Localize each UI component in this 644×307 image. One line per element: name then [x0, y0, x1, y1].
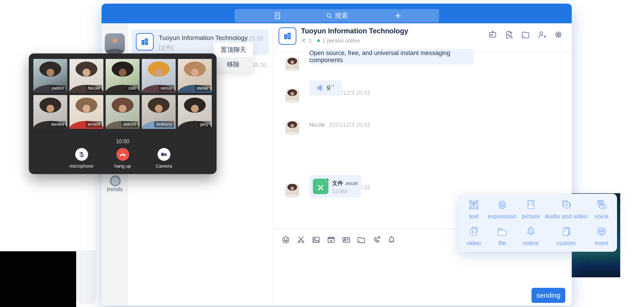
group-file-icon[interactable] — [521, 30, 530, 39]
members-icon — [301, 38, 306, 43]
send-file-icon[interactable] — [357, 235, 366, 244]
hang-up-button[interactable]: hang up — [109, 148, 136, 169]
app-screenshot: 搜索 + trends — [0, 0, 644, 307]
excel-file-icon: ✕ — [313, 179, 328, 194]
screenshot-scissors-icon[interactable] — [296, 235, 306, 244]
text-message-bubble[interactable]: Open source, free, and universal instant… — [309, 49, 474, 64]
hang-up-icon — [119, 151, 126, 158]
menu-item-pin-chat[interactable]: 置顶聊天 — [214, 42, 253, 57]
conversation-time: 15:20 — [252, 62, 266, 68]
voice-wave-icon — [316, 84, 323, 91]
call-timer: 10:00 — [29, 138, 216, 145]
file-icon — [496, 226, 508, 238]
sender-avatar[interactable] — [286, 184, 299, 197]
voice-icon — [595, 199, 608, 211]
search-bar[interactable]: 搜索 + — [235, 9, 439, 22]
menu-item-remove[interactable]: 移除 — [214, 57, 253, 72]
text-icon — [468, 199, 480, 211]
file-message-bubble[interactable]: ✕ 文件 .excel 12.8M — [309, 175, 361, 198]
panel-item-expression[interactable]: expression — [488, 196, 516, 223]
send-button[interactable]: sending — [532, 288, 565, 303]
sidebar-item-trends[interactable]: trends — [102, 186, 128, 193]
voice-duration: 9`` — [326, 84, 334, 92]
panel-item-custom[interactable]: custom — [545, 223, 587, 250]
participant-tile: stellar — [178, 59, 212, 93]
participant-tile: gary — [178, 95, 212, 129]
group-call-window: patton Nicole zole venus stellar danika … — [29, 53, 216, 174]
panel-item-voice[interactable]: voice — [588, 196, 616, 223]
sender-avatar[interactable] — [286, 57, 299, 71]
chat-panel: Tuoyun Information Technology 1 1 person… — [272, 23, 572, 306]
online-status: 1 person online — [322, 37, 360, 44]
page-background-card-edge — [76, 250, 96, 304]
voice-message-bubble[interactable]: 9`` — [309, 80, 342, 95]
participant-tile: patton — [34, 59, 67, 93]
chat-record-search-icon[interactable] — [504, 30, 514, 39]
input-toolbar — [281, 235, 396, 244]
send-picture-icon[interactable] — [312, 235, 321, 244]
microphone-muted-icon — [78, 151, 85, 158]
address-book-icon[interactable] — [273, 11, 282, 21]
group-avatar — [278, 27, 296, 45]
video-icon — [468, 226, 480, 238]
picture-icon — [524, 199, 537, 211]
chat-header: Tuoyun Information Technology 1 1 person… — [272, 23, 572, 52]
image-message-beach-photo[interactable] — [309, 112, 364, 154]
more-icon — [595, 226, 608, 238]
file-size: 12.8M — [332, 188, 348, 195]
participant-tile: zole — [106, 59, 140, 93]
sender-avatar[interactable] — [286, 89, 299, 103]
participant-tile: Anthony — [142, 95, 176, 129]
microphone-toggle-button[interactable]: microphone — [68, 148, 95, 169]
add-member-icon[interactable] — [538, 30, 546, 39]
settings-gear-icon[interactable] — [554, 30, 563, 39]
search-placeholder: 搜索 — [335, 11, 348, 20]
panel-item-picture[interactable]: picture — [516, 196, 545, 223]
trends-icon[interactable] — [110, 175, 121, 186]
participant-tile: Nicole — [70, 59, 103, 93]
panel-item-video[interactable]: video — [460, 223, 488, 250]
sender-avatar[interactable] — [286, 121, 299, 135]
audio-video-icon — [560, 199, 572, 211]
page-background-dark-corner — [0, 251, 76, 307]
top-bar: 搜索 + — [102, 4, 572, 23]
notification-bell-icon[interactable] — [387, 235, 396, 244]
chat-title: Tuoyun Information Technology — [301, 27, 408, 35]
group-notice-icon[interactable] — [488, 30, 497, 39]
building-icon — [140, 37, 150, 47]
send-video-icon[interactable] — [326, 235, 336, 244]
file-name: 文件 .excel — [332, 180, 358, 187]
panel-item-notice[interactable]: notice — [516, 223, 545, 250]
member-count: 1 — [309, 37, 312, 44]
conversation-context-menu: 置顶聊天 移除 — [214, 42, 253, 72]
contact-card-icon[interactable] — [342, 235, 351, 244]
participant-grid: patton Nicole zole venus stellar danika … — [34, 59, 212, 129]
my-avatar[interactable] — [105, 33, 125, 53]
panel-item-file[interactable]: file — [488, 223, 516, 250]
message-type-panel: text expression picture — [458, 194, 617, 252]
panel-item-more[interactable]: more — [588, 223, 616, 250]
panel-item-audio-video[interactable]: Audio and video — [545, 196, 587, 223]
participant-tile: aldrich — [106, 95, 140, 129]
conversation-preview: [文件] — [159, 44, 173, 51]
search-icon — [326, 12, 332, 19]
building-icon — [282, 31, 292, 41]
conversation-time: 15:20 — [248, 35, 263, 42]
participant-tile: ernest — [70, 95, 103, 129]
expression-icon — [496, 199, 508, 211]
custom-icon — [560, 226, 572, 238]
online-dot — [317, 39, 320, 42]
group-avatar — [136, 33, 154, 50]
add-button[interactable]: + — [391, 9, 405, 22]
notice-bell-icon — [524, 226, 537, 238]
camera-toggle-button[interactable]: Camera — [150, 148, 178, 169]
participant-tile: danika — [34, 95, 67, 129]
panel-item-text[interactable]: text — [460, 196, 488, 223]
video-call-icon[interactable] — [372, 235, 381, 244]
participant-tile: venus — [142, 59, 176, 93]
emoji-icon[interactable] — [281, 235, 290, 244]
camera-off-icon — [160, 151, 168, 158]
conversation-title: Tuoyun Information Technology — [159, 34, 250, 41]
